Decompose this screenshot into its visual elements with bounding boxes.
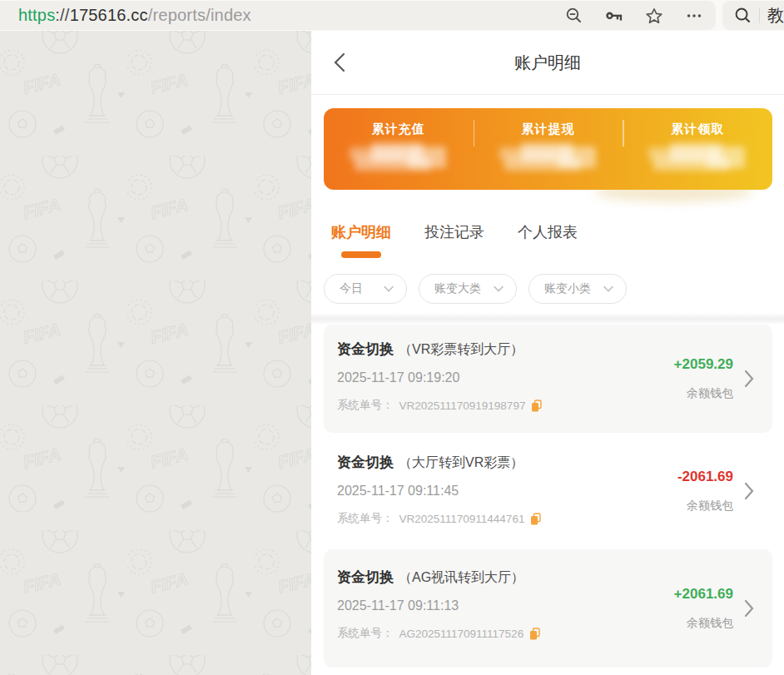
zoom-out-icon[interactable]	[565, 7, 583, 25]
transaction-type: 资金切换	[337, 454, 394, 470]
transaction-type: 资金切换	[337, 341, 394, 357]
copy-icon[interactable]	[531, 400, 542, 412]
transaction-detail: （VR彩票转到大厅）	[399, 342, 523, 356]
address-toolbar	[565, 1, 703, 30]
chevron-right-icon	[744, 370, 754, 388]
order-prefix: 系统单号：	[337, 626, 394, 641]
background-watermark-pattern: FIFA	[0, 31, 311, 675]
summary-withdraw-label: 累计提现	[522, 122, 575, 137]
order-prefix: 系统单号：	[337, 511, 394, 526]
tab-label: 个人报表	[518, 224, 578, 241]
search-icon	[734, 7, 752, 24]
transaction-amount-block: -2061.69 余额钱包	[677, 433, 733, 549]
tab-bar: 账户明细 投注记录 个人报表	[331, 222, 578, 258]
url-host: 175616.cc	[70, 6, 148, 24]
filter-date-label: 今日	[340, 281, 363, 296]
filter-bar: 今日 账变大类 账变小类	[324, 274, 627, 304]
order-number: VR202511170911444761	[399, 513, 525, 525]
chevron-down-icon	[603, 285, 613, 292]
page-title: 账户明细	[311, 31, 784, 94]
order-prefix: 系统单号：	[337, 398, 394, 413]
filter-minor-category-label: 账变小类	[544, 281, 591, 296]
summary-claim-value-blurred	[647, 143, 748, 173]
account-detail-panel: 账户明细 累计充值 累计提现 累计领取 账户明细 投注记录 个人报表	[311, 31, 784, 675]
transaction-type: 资金切换	[337, 569, 394, 585]
key-icon[interactable]	[605, 7, 623, 25]
transaction-amount: +2059.29	[674, 356, 733, 373]
transaction-amount: +2061.69	[674, 586, 733, 603]
filter-major-category-label: 账变大类	[434, 281, 481, 296]
filter-major-category-dropdown[interactable]: 账变大类	[419, 274, 517, 304]
summary-deposit-label: 累计充值	[372, 122, 425, 137]
transaction-amount-block: +2061.69 余额钱包	[674, 549, 733, 668]
url-separator: ://	[55, 6, 69, 24]
search-query-text: 教	[767, 4, 784, 27]
browser-topbar: https://175616.cc/reports/index	[0, 0, 784, 31]
ellipsis-icon[interactable]	[685, 7, 703, 25]
chevron-down-icon	[494, 285, 504, 292]
summary-withdraw-value-blurred	[498, 143, 599, 173]
filter-date-dropdown[interactable]: 今日	[324, 274, 407, 304]
summary-claim-label: 累计领取	[671, 122, 724, 137]
active-tab-underline	[341, 251, 381, 258]
summary-card: 累计充值 累计提现 累计领取	[324, 108, 772, 190]
star-icon[interactable]	[645, 7, 663, 25]
fifa-pattern-svg: FIFA	[0, 31, 311, 675]
order-number: VR202511170919198797	[399, 400, 526, 412]
url-path: /reports/index	[148, 6, 251, 24]
address-bar[interactable]: https://175616.cc/reports/index	[0, 1, 716, 30]
chevron-right-icon	[744, 599, 754, 618]
transaction-amount: -2061.69	[677, 469, 733, 485]
transaction-wallet: 余额钱包	[687, 386, 733, 401]
transaction-detail: （AG视讯转到大厅）	[399, 570, 524, 584]
filter-minor-category-dropdown[interactable]: 账变小类	[528, 274, 627, 304]
copy-icon[interactable]	[530, 513, 541, 525]
transaction-detail: （大厅转到VR彩票）	[399, 455, 523, 469]
url-scheme: https	[18, 6, 55, 24]
transaction-row[interactable]: 资金切换（AG视讯转到大厅） 2025-11-17 09:11:13 系统单号：…	[324, 549, 772, 668]
tab-bet-records[interactable]: 投注记录	[424, 222, 484, 258]
copy-icon[interactable]	[529, 628, 540, 640]
tab-account-detail[interactable]: 账户明细	[331, 222, 391, 258]
transaction-wallet: 余额钱包	[687, 616, 733, 631]
tab-personal-report[interactable]: 个人报表	[518, 222, 578, 258]
summary-claim: 累计领取	[623, 108, 772, 190]
url-text: https://175616.cc/reports/index	[18, 6, 251, 25]
order-number: AG202511170911117526	[399, 628, 524, 640]
transaction-wallet: 余额钱包	[687, 499, 733, 514]
tab-label: 投注记录	[424, 224, 484, 241]
summary-withdraw: 累计提现	[474, 108, 623, 190]
list-top-shadow	[311, 313, 784, 324]
page-header: 账户明细	[311, 31, 784, 95]
tab-label: 账户明细	[331, 224, 391, 241]
chevron-down-icon	[384, 285, 394, 292]
chevron-right-icon	[744, 482, 754, 500]
transaction-amount-block: +2059.29 余额钱包	[674, 325, 733, 433]
transaction-row[interactable]: 资金切换（VR彩票转到大厅） 2025-11-17 09:19:20 系统单号：…	[324, 325, 772, 433]
search-cursor-divider	[759, 8, 760, 23]
transaction-list: 资金切换（VR彩票转到大厅） 2025-11-17 09:19:20 系统单号：…	[311, 325, 784, 668]
summary-deposit: 累计充值	[324, 108, 474, 190]
transaction-row[interactable]: 资金切换（大厅转到VR彩票） 2025-11-17 09:11:45 系统单号：…	[324, 433, 772, 549]
summary-deposit-value-blurred	[348, 143, 449, 173]
browser-search-box[interactable]: 教	[722, 1, 784, 30]
